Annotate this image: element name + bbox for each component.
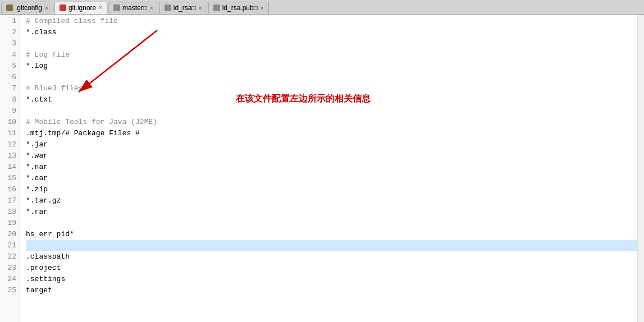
code-line-9 [26,105,637,117]
line-number-8: 8 [0,94,20,105]
line-number-18: 18 [0,206,20,218]
code-area[interactable]: # Compiled class file*.class # Log file*… [20,15,637,322]
code-line-25: target [26,285,637,296]
code-line-24: .settings [26,274,637,285]
tab-icon-gitignore [60,4,66,11]
tab-label-master: master□ [122,4,147,12]
code-line-15: *.ear [26,173,637,184]
code-line-16: *.zip [26,184,637,195]
line-number-9: 9 [0,105,20,117]
code-line-20: hs_err_pid* [26,229,637,240]
line-number-4: 4 [0,49,20,61]
code-line-12: *.jar [26,139,637,150]
tab-close-gitconfig[interactable]: × [45,5,48,11]
line-number-7: 7 [0,83,20,94]
code-line-19 [26,218,637,229]
line-number-24: 24 [0,274,20,285]
tab-label-idrsapub: id_rsa.pub□ [222,4,258,12]
tab-idrsa[interactable]: id_rsa□× [159,2,207,14]
code-line-18: *.rar [26,206,637,218]
code-line-7: # BlueJ files [26,83,637,94]
line-number-21: 21 [0,240,20,251]
tab-icon-master [113,4,120,11]
tab-close-idrsapub[interactable]: × [261,5,264,11]
line-number-17: 17 [0,195,20,206]
editor-content: 1234567891011121314151617181920212223242… [0,15,644,322]
line-numbers: 1234567891011121314151617181920212223242… [0,15,20,322]
tab-icon-idrsapub [213,4,220,11]
tab-close-idrsa[interactable]: × [199,5,202,11]
line-number-25: 25 [0,285,20,296]
code-line-2: *.class [26,27,637,38]
line-number-20: 20 [0,229,20,240]
tab-idrsapub[interactable]: id_rsa.pub□× [208,2,269,14]
line-number-5: 5 [0,61,20,72]
line-number-6: 6 [0,72,20,83]
tab-icon-gitconfig [6,4,13,11]
tab-master[interactable]: master□× [108,2,158,14]
code-line-23: .project [26,263,637,274]
tab-label-gitignore: git.ignore [68,4,96,12]
line-number-1: 1 [0,16,20,27]
code-line-5: *.log [26,61,637,72]
code-line-11: .mtj.tmp/# Package Files # [26,128,637,139]
tab-label-idrsa: id_rsa□ [173,4,196,12]
line-number-23: 23 [0,263,20,274]
code-line-1: # Compiled class file [26,16,637,27]
code-line-4: # Log file [26,49,637,61]
code-line-21 [26,240,637,251]
code-line-17: *.tar.gz [26,195,637,206]
tab-label-gitconfig: .gitconfig [15,4,42,12]
line-number-22: 22 [0,251,20,263]
line-number-3: 3 [0,38,20,49]
line-number-12: 12 [0,139,20,150]
editor: 在该文件配置左边所示的相关信息 123456789101112131415161… [0,15,644,322]
code-line-22: .classpath [26,251,637,263]
line-number-2: 2 [0,27,20,38]
code-line-3 [26,38,637,49]
line-number-16: 16 [0,184,20,195]
line-number-15: 15 [0,173,20,184]
tab-close-gitignore[interactable]: × [99,4,102,11]
line-number-14: 14 [0,162,20,173]
code-line-14: *.nar [26,162,637,173]
line-number-13: 13 [0,150,20,162]
tab-gitignore[interactable]: git.ignore× [54,2,107,14]
line-number-11: 11 [0,128,20,139]
code-line-10: # Mobile Tools for Java (J2ME) [26,117,637,128]
code-line-8: *.ctxt [26,94,637,105]
scrollbar-vertical[interactable] [637,15,644,322]
tab-icon-idrsa [165,4,171,11]
line-number-19: 19 [0,218,20,229]
line-number-10: 10 [0,117,20,128]
code-line-6 [26,72,637,83]
tab-gitconfig[interactable]: .gitconfig× [1,2,53,14]
tab-bar: .gitconfig×git.ignore×master□×id_rsa□×id… [0,0,644,15]
code-line-13: *.war [26,150,637,162]
tab-close-master[interactable]: × [150,5,153,11]
